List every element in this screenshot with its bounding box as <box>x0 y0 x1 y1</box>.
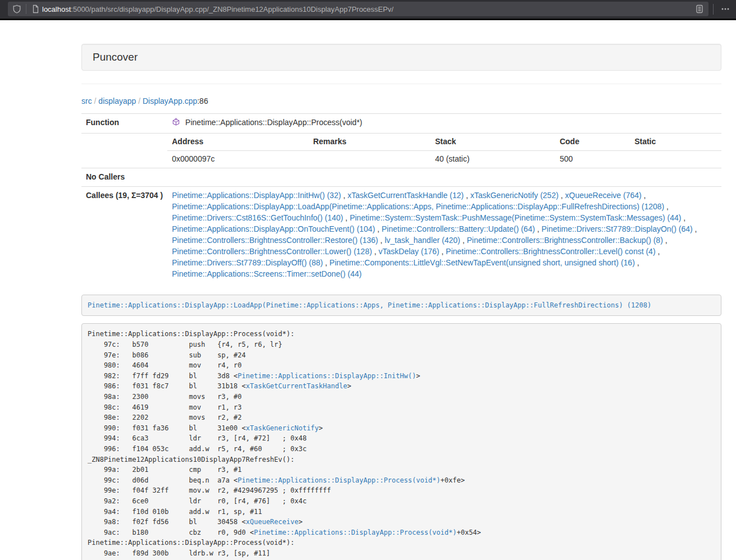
assembly-symbol-link[interactable]: Pinetime::Applications::DisplayApp::Init… <box>237 372 416 380</box>
callees-row: Callees (19, Σ=3704 ) Pinetime::Applicat… <box>81 186 721 283</box>
callee-link[interactable]: xTaskGetCurrentTaskHandle (12) <box>348 191 464 200</box>
function-cube-icon <box>172 118 180 130</box>
metrics-row: Address Remarks Stack Code Static 0x0000… <box>81 133 721 168</box>
breadcrumb-separator: / <box>136 97 143 105</box>
url-path: :5000/path/src/displayapp/DisplayApp.cpp… <box>71 5 394 13</box>
shield-icon[interactable] <box>12 4 21 13</box>
url-text[interactable]: localhost:5000/path/src/displayapp/Displ… <box>42 5 695 13</box>
function-label: Function <box>81 114 167 134</box>
col-static: Static <box>630 134 721 150</box>
assembly-symbol-link[interactable]: Pinetime::Applications::DisplayApp::Proc… <box>254 529 456 536</box>
highlighted-symbol-box: Pinetime::Applications::DisplayApp::Load… <box>81 295 721 316</box>
assembly-symbol-link[interactable]: xTaskGenericNotify <box>246 424 319 432</box>
callee-link[interactable]: Pinetime::Controllers::BrightnessControl… <box>172 236 378 245</box>
breadcrumb-link[interactable]: src <box>81 97 92 105</box>
highlighted-symbol-link[interactable]: Pinetime::Applications::DisplayApp::Load… <box>88 301 651 309</box>
no-callers-label: No Callers <box>81 168 167 186</box>
col-address: Address <box>167 134 309 150</box>
callee-link[interactable]: xTaskGenericNotify (252) <box>470 191 559 200</box>
callee-link[interactable]: Pinetime::Applications::DisplayApp::Load… <box>172 202 664 211</box>
divider <box>81 84 721 84</box>
static-value <box>630 150 721 167</box>
stack-value: 40 (static) <box>431 150 555 167</box>
callee-link[interactable]: Pinetime::Controllers::Battery::Update()… <box>382 224 535 233</box>
url-host: localhost <box>42 5 71 13</box>
address-value: 0x0000097c <box>167 150 309 167</box>
toolbar-bottom-border <box>0 19 736 20</box>
callee-link[interactable]: Pinetime::Applications::Screens::Timer::… <box>172 269 362 278</box>
breadcrumb-line-number: :86 <box>197 97 208 105</box>
remarks-value <box>309 150 431 167</box>
browser-toolbar: localhost:5000/path/src/displayapp/Displ… <box>0 0 736 19</box>
assembly-symbol-link[interactable]: xTaskGetCurrentTaskHandle <box>246 382 348 390</box>
callee-link[interactable]: Pinetime::Controllers::BrightnessControl… <box>446 247 655 256</box>
callee-link[interactable]: Pinetime::Drivers::St7789::DisplayOn() (… <box>542 224 693 233</box>
callee-link[interactable]: Pinetime::System::SystemTask::PushMessag… <box>350 213 682 222</box>
assembly-code: Pinetime::Applications::DisplayApp::Proc… <box>81 323 721 560</box>
code-value: 500 <box>555 150 630 167</box>
reader-mode-icon[interactable] <box>695 4 704 13</box>
function-row: Function Pinetime::Applications::Display… <box>81 114 721 134</box>
callee-link[interactable]: Pinetime::Applications::DisplayApp::Init… <box>172 191 341 200</box>
breadcrumb-separator: / <box>92 97 99 105</box>
callee-link[interactable]: xQueueReceive (764) <box>565 191 642 200</box>
callee-link[interactable]: vTaskDelay (176) <box>378 247 439 256</box>
callee-link[interactable]: Pinetime::Drivers::St7789::DisplayOff() … <box>172 258 323 267</box>
callee-link[interactable]: Pinetime::Controllers::BrightnessControl… <box>467 236 662 245</box>
metrics-values-row: 0x0000097c 40 (static) 500 <box>167 150 721 167</box>
col-remarks: Remarks <box>309 134 431 150</box>
urlbar-separator <box>26 4 26 14</box>
col-stack: Stack <box>431 134 555 150</box>
toolbar-separator <box>713 4 714 15</box>
app-header-panel: Puncover <box>81 44 721 71</box>
callee-link[interactable]: Pinetime::Components::LittleVgl::SetNewT… <box>330 258 635 267</box>
overflow-menu-icon[interactable] <box>720 4 730 13</box>
assembly-symbol-link[interactable]: Pinetime::Applications::DisplayApp::Proc… <box>237 476 440 484</box>
breadcrumb-link[interactable]: displayapp <box>98 97 136 105</box>
callee-link[interactable]: Pinetime::Applications::DisplayApp::OnTo… <box>172 224 375 233</box>
breadcrumb-link[interactable]: DisplayApp.cpp <box>143 97 197 105</box>
metrics-table: Address Remarks Stack Code Static 0x0000… <box>167 134 721 168</box>
breadcrumb: src / displayapp / DisplayApp.cpp:86 <box>81 95 721 107</box>
url-bar[interactable]: localhost:5000/path/src/displayapp/Displ… <box>8 2 708 16</box>
callers-row: No Callers <box>81 168 721 186</box>
assembly-symbol-link[interactable]: xQueueReceive <box>246 518 299 526</box>
callees-list: Pinetime::Applications::DisplayApp::Init… <box>167 186 721 283</box>
page-icon[interactable] <box>31 4 40 13</box>
app-title: Puncover <box>93 51 138 63</box>
callee-link[interactable]: lv_task_handler (420) <box>385 236 460 245</box>
function-name: Pinetime::Applications::DisplayApp::Proc… <box>185 118 362 127</box>
page-container: Puncover src / displayapp / DisplayApp.c… <box>81 44 721 560</box>
callees-label: Callees (19, Σ=3704 ) <box>81 186 167 283</box>
col-code: Code <box>555 134 630 150</box>
function-table: Function Pinetime::Applications::Display… <box>81 113 721 283</box>
callee-link[interactable]: Pinetime::Controllers::BrightnessControl… <box>172 247 372 256</box>
callee-link[interactable]: Pinetime::Drivers::Cst816S::GetTouchInfo… <box>172 213 343 222</box>
